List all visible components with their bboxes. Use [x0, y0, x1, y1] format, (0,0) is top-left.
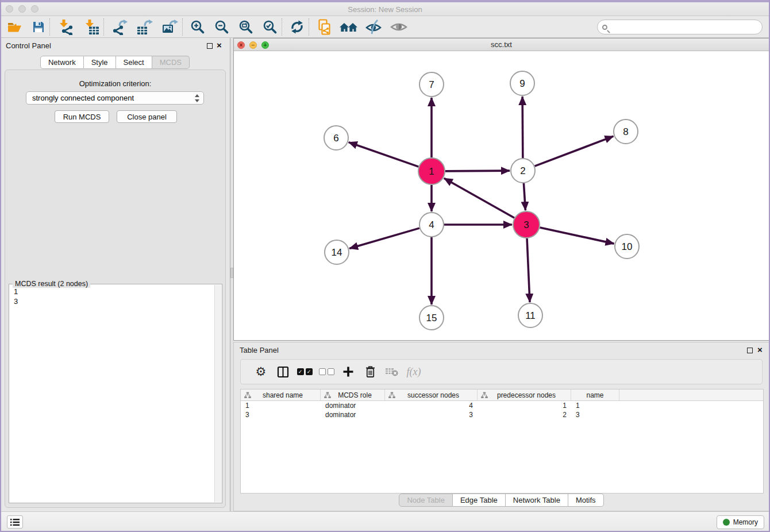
- memory-label: Memory: [733, 518, 758, 526]
- cell-shared-name[interactable]: 1: [241, 402, 321, 410]
- mcds-tab-content: Optimization criterion: strongly connect…: [5, 70, 226, 508]
- float-panel-icon[interactable]: [207, 43, 213, 49]
- tab-node-table[interactable]: Node Table: [399, 494, 453, 507]
- zoom-fit-icon[interactable]: [238, 18, 253, 36]
- mcds-result-line: 3: [14, 296, 214, 306]
- refresh-icon[interactable]: [290, 18, 305, 36]
- tab-edge-table[interactable]: Edge Table: [453, 494, 506, 507]
- column-header-mcds-role[interactable]: MCDS role: [321, 390, 385, 400]
- graph-edge-1-2[interactable]: [445, 171, 510, 171]
- deselect-all-columns-icon[interactable]: [315, 368, 337, 375]
- task-history-button[interactable]: [7, 515, 23, 529]
- tab-style[interactable]: Style: [84, 56, 116, 69]
- graph-edge-1-6[interactable]: [349, 142, 419, 167]
- zoom-out-icon[interactable]: [214, 18, 229, 36]
- tab-network[interactable]: Network: [40, 56, 84, 69]
- zoom-selected-icon[interactable]: [263, 18, 278, 36]
- app-title: Session: New Session: [0, 5, 770, 14]
- cell-name[interactable]: 3: [571, 411, 619, 419]
- optimization-criterion-dropdown[interactable]: strongly connected component: [26, 91, 204, 105]
- window-border-left: [0, 0, 1, 532]
- graph-node-label-8: 8: [623, 126, 628, 137]
- column-header-shared-name[interactable]: shared name: [241, 390, 321, 400]
- graph-edge-4-14[interactable]: [349, 228, 419, 248]
- cell-successor-nodes[interactable]: 3: [385, 411, 478, 419]
- tab-select[interactable]: Select: [116, 56, 152, 69]
- float-table-panel-icon[interactable]: [747, 348, 753, 353]
- table-panel-title: Table Panel: [240, 346, 279, 354]
- import-network-icon[interactable]: [58, 18, 74, 36]
- network-canvas[interactable]: 7968124314101511: [234, 51, 769, 340]
- graph-edge-3-10[interactable]: [540, 228, 614, 244]
- graph-node-label-4: 4: [429, 219, 434, 230]
- node-table-header: shared name MCDS role successor nodes pr…: [241, 390, 763, 401]
- show-panel-eye-icon[interactable]: [390, 18, 407, 36]
- hierarchy-icon: [388, 392, 395, 399]
- cell-predecessor-nodes[interactable]: 1: [478, 402, 571, 410]
- graph-edge-2-3[interactable]: [523, 183, 525, 210]
- export-network-icon[interactable]: [111, 18, 128, 36]
- memory-button[interactable]: Memory: [717, 515, 764, 529]
- split-columns-icon[interactable]: [272, 366, 294, 378]
- hide-panel-eye-icon[interactable]: [365, 18, 383, 36]
- close-panel-button[interactable]: Close panel: [117, 110, 177, 123]
- network-window-titlebar[interactable]: × − + scc.txt: [234, 38, 769, 51]
- graph-edge-3-11[interactable]: [527, 238, 530, 302]
- graph-node-label-3: 3: [523, 219, 529, 230]
- search-icon: [602, 25, 607, 30]
- hierarchy-icon: [481, 392, 488, 399]
- export-image-icon[interactable]: [162, 18, 178, 36]
- settings-gear-icon[interactable]: ⚙: [250, 365, 272, 378]
- column-header-successor-nodes[interactable]: successor nodes: [385, 390, 478, 400]
- open-session-icon[interactable]: [7, 18, 22, 36]
- control-panel-tabs: Network Style Select MCDS: [0, 56, 230, 69]
- table-panel: Table Panel × ⚙ ✓✓: [233, 342, 769, 511]
- graph-edge-3-1[interactable]: [444, 178, 514, 218]
- graph-edge-2-8[interactable]: [535, 136, 614, 166]
- home-icon[interactable]: [339, 18, 359, 36]
- table-row[interactable]: 1 dominator 4 1 1: [241, 401, 763, 410]
- search-input[interactable]: [607, 23, 762, 32]
- cell-shared-name[interactable]: 3: [241, 411, 321, 419]
- zoom-in-icon[interactable]: [190, 18, 205, 36]
- mcds-result-box: MCDS result (2 nodes) 1 3: [9, 284, 222, 503]
- tab-network-table[interactable]: Network Table: [506, 494, 568, 507]
- delete-table-icon[interactable]: [381, 367, 403, 377]
- cell-successor-nodes[interactable]: 4: [385, 402, 478, 410]
- table-panel-tabs: Node Table Edge Table Network Table Moti…: [234, 494, 769, 507]
- graph-edge-2-9[interactable]: [522, 97, 523, 158]
- app-titlebar: Session: New Session: [0, 2, 770, 16]
- toolbar-separator: [282, 18, 282, 36]
- run-mcds-button[interactable]: Run MCDS: [55, 110, 109, 123]
- graph-node-label-14: 14: [332, 247, 342, 258]
- control-panel-header: Control Panel ×: [0, 38, 230, 54]
- dropdown-selected-value: strongly connected component: [32, 94, 195, 102]
- clone-network-icon[interactable]: [317, 18, 332, 36]
- close-panel-icon[interactable]: ×: [217, 40, 222, 51]
- graph-node-label-10: 10: [622, 241, 633, 252]
- graph-node-label-2: 2: [520, 165, 525, 176]
- save-session-icon[interactable]: [32, 18, 45, 36]
- cell-predecessor-nodes[interactable]: 2: [478, 411, 571, 419]
- cell-mcds-role[interactable]: dominator: [321, 411, 385, 419]
- tab-motifs[interactable]: Motifs: [568, 494, 604, 507]
- delete-column-trash-icon[interactable]: [359, 365, 381, 378]
- cell-name[interactable]: 1: [571, 402, 619, 410]
- select-all-columns-icon[interactable]: ✓✓: [294, 368, 315, 375]
- export-table-icon[interactable]: [137, 18, 153, 36]
- status-bar: Memory: [0, 511, 770, 532]
- column-header-name[interactable]: name: [571, 390, 619, 400]
- mcds-result-scrollbar[interactable]: [214, 285, 221, 502]
- tab-mcds[interactable]: MCDS: [152, 56, 190, 69]
- table-row[interactable]: 3 dominator 3 2 3: [241, 410, 763, 419]
- mcds-result-text[interactable]: 1 3: [10, 287, 214, 502]
- graph-node-label-7: 7: [429, 79, 434, 90]
- add-column-icon[interactable]: [337, 366, 359, 377]
- column-header-predecessor-nodes[interactable]: predecessor nodes: [478, 390, 571, 400]
- close-table-panel-icon[interactable]: ×: [757, 345, 763, 355]
- function-builder-icon[interactable]: f(x): [403, 366, 425, 378]
- hierarchy-icon: [324, 392, 331, 399]
- import-table-icon[interactable]: [84, 18, 99, 36]
- search-field[interactable]: [597, 20, 763, 34]
- cell-mcds-role[interactable]: dominator: [321, 402, 385, 410]
